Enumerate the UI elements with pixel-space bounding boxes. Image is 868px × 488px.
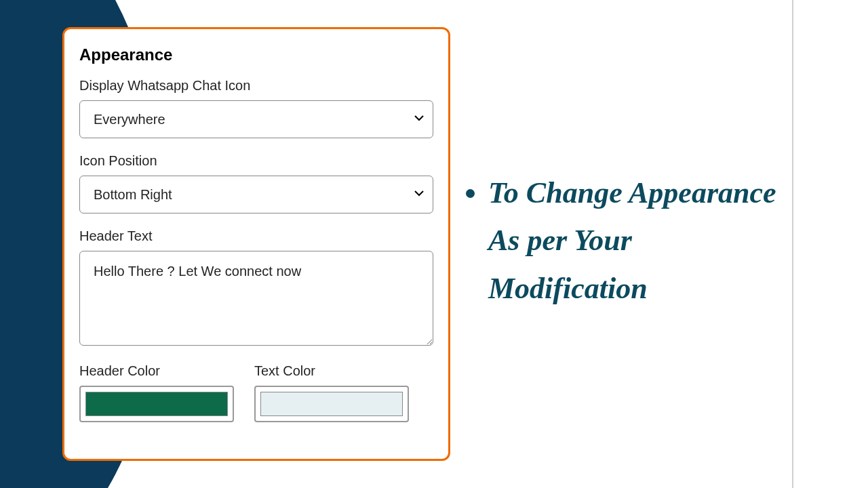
header-color-group: Header Color [79,363,234,422]
text-color-picker[interactable] [254,386,409,422]
header-color-label: Header Color [79,363,234,379]
text-color-group: Text Color [254,363,409,422]
panel-title: Appearance [79,45,433,64]
header-color-picker[interactable] [79,386,234,422]
icon-position-select[interactable]: Bottom Right [79,176,433,214]
appearance-panel: Appearance Display Whatsapp Chat Icon Ev… [62,27,450,461]
display-icon-select[interactable]: Everywhere [79,100,433,138]
text-color-label: Text Color [254,363,409,379]
header-color-swatch [85,392,228,416]
color-row: Header Color Text Color [79,363,433,422]
vertical-divider [792,0,793,488]
header-text-label: Header Text [79,228,433,244]
text-color-swatch [260,392,403,416]
display-icon-label: Display Whatsapp Chat Icon [79,78,433,94]
callout-region: To Change Appearance As per Your Modific… [461,169,787,312]
callout-list: To Change Appearance As per Your Modific… [461,169,787,312]
icon-position-label: Icon Position [79,153,433,169]
display-icon-select-wrap: Everywhere [79,100,433,138]
icon-position-select-wrap: Bottom Right [79,176,433,214]
header-text-input[interactable] [79,251,433,346]
callout-text: To Change Appearance As per Your Modific… [488,169,787,312]
